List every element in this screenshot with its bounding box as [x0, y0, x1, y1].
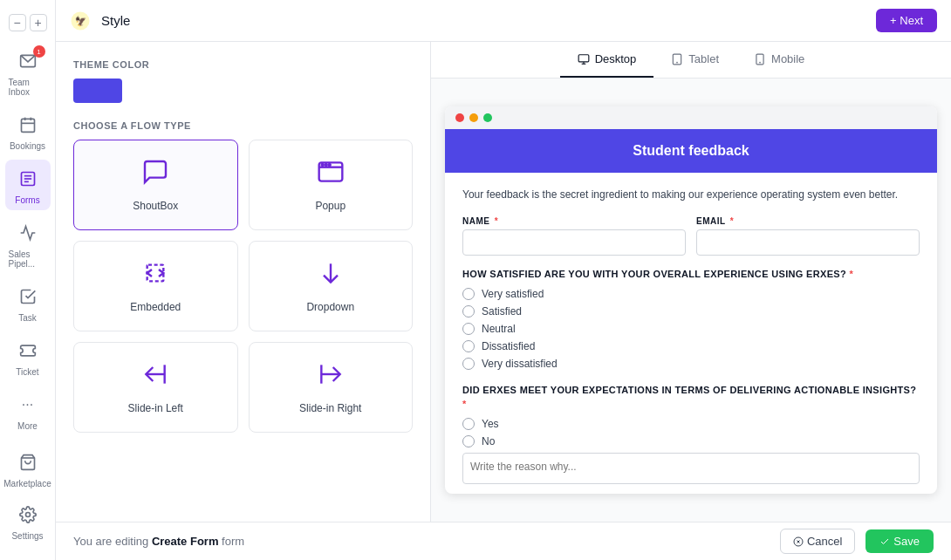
editing-text: You are editing Create Form form: [73, 535, 244, 548]
radio-circle: [462, 288, 475, 300]
q2-textarea[interactable]: [462, 453, 920, 484]
sidebar-item-sales-pipeline[interactable]: Sales Pipel...: [5, 214, 51, 274]
svg-point-10: [25, 513, 30, 517]
svg-point-15: [321, 164, 323, 166]
radio-circle: [462, 418, 475, 430]
mobile-icon: [754, 53, 766, 65]
sales-pipeline-icon: [14, 219, 42, 247]
sidebar-label-sales-pipeline: Sales Pipel...: [9, 249, 47, 269]
popup-icon: [317, 158, 345, 191]
q2-label: DID ERXES MEET YOUR EXPECTATIONS IN TERM…: [462, 384, 920, 411]
sidebar-item-more[interactable]: ··· More: [5, 386, 51, 436]
sidebar-label-forms: Forms: [15, 195, 39, 205]
flow-type-grid: ShoutBox Popup Embedded: [73, 140, 413, 433]
q1-option-neutral[interactable]: Neutral: [462, 323, 920, 335]
flow-type-slide-in-right[interactable]: Slide-in Right: [249, 342, 414, 433]
svg-rect-18: [147, 265, 164, 282]
name-input[interactable]: [462, 229, 686, 256]
browser-dot-yellow: [469, 113, 478, 122]
email-input[interactable]: [696, 229, 920, 256]
radio-circle: [462, 358, 475, 370]
next-button[interactable]: + Next: [876, 9, 937, 32]
sidebar-label-task: Task: [18, 313, 37, 323]
sidebar-item-settings[interactable]: Settings: [5, 495, 51, 546]
cancel-button[interactable]: Cancel: [780, 529, 855, 554]
q1-option-satisfied[interactable]: Satisfied: [462, 305, 920, 318]
form-body: Your feedback is the secret ingredient t…: [445, 173, 937, 494]
embedded-icon: [141, 259, 169, 292]
q1-label: HOW SATISFIED ARE YOU WITH YOUR OVERALL …: [462, 268, 920, 281]
shoutbox-icon: [141, 158, 169, 191]
tab-mobile[interactable]: Mobile: [736, 42, 822, 78]
q2-section: DID ERXES MEET YOUR EXPECTATIONS IN TERM…: [462, 384, 920, 488]
form-preview: Student feedback Your feedback is the se…: [445, 129, 937, 494]
name-email-row: NAME * EMAIL *: [462, 216, 920, 256]
sidebar-item-team-inbox[interactable]: Team Inbox 1: [5, 42, 51, 102]
sidebar-label-bookings: Bookings: [10, 141, 45, 151]
form-title: Student feedback: [633, 143, 749, 158]
tab-tablet[interactable]: Tablet: [653, 42, 736, 78]
config-area: THEME COLOR CHOOSE A FLOW TYPE ShoutBox …: [56, 42, 431, 522]
email-required: *: [730, 216, 734, 226]
settings-icon: [14, 501, 42, 529]
sidebar-label-ticket: Ticket: [16, 367, 38, 377]
sidebar-label-more: More: [17, 421, 38, 431]
flow-type-popup[interactable]: Popup: [249, 140, 414, 230]
sidebar: − + Team Inbox 1 Bookings Forms Sales Pi…: [0, 0, 56, 560]
q1-option-very-dissatisfied[interactable]: Very dissatisfied: [462, 358, 920, 370]
task-icon: [14, 283, 42, 311]
preview-tabs: Desktop Tablet Mobile: [431, 42, 951, 79]
q2-option-yes[interactable]: Yes: [462, 418, 920, 430]
popup-label: Popup: [315, 200, 346, 212]
save-button[interactable]: Save: [865, 529, 934, 553]
q1-option-dissatisfied[interactable]: Dissatisfied: [462, 340, 920, 352]
marketplace-icon: [14, 448, 42, 476]
bookings-icon: [14, 111, 42, 139]
svg-rect-1: [21, 119, 34, 132]
theme-color-label: THEME COLOR: [73, 59, 413, 70]
tablet-icon: [671, 53, 683, 65]
flow-type-shoutbox[interactable]: ShoutBox: [73, 140, 238, 230]
team-inbox-badge: 1: [33, 45, 45, 58]
bottom-bar: You are editing Create Form form Cancel …: [56, 522, 951, 560]
tab-desktop[interactable]: Desktop: [560, 42, 654, 78]
preview-area: Desktop Tablet Mobile: [431, 42, 951, 522]
sidebar-label-marketplace: Marketplace: [3, 479, 51, 488]
tab-desktop-label: Desktop: [595, 52, 637, 65]
theme-color-swatch[interactable]: [73, 79, 122, 103]
svg-point-17: [328, 164, 330, 166]
slide-in-left-label: Slide-in Left: [128, 402, 183, 414]
name-label: NAME *: [462, 216, 686, 226]
slide-in-right-icon: [317, 360, 345, 393]
sidebar-item-forms[interactable]: Forms: [5, 160, 51, 210]
q2-option-no[interactable]: No: [462, 435, 920, 447]
topbar: 🦅 Style + Next: [56, 0, 951, 42]
sidebar-item-ticket[interactable]: Ticket: [5, 331, 51, 382]
q1-option-very-satisfied[interactable]: Very satisfied: [462, 288, 920, 300]
dropdown-icon: [317, 259, 345, 292]
flow-type-slide-in-left[interactable]: Slide-in Left: [73, 342, 238, 433]
ticket-icon: [14, 337, 42, 365]
form-name: Create Form: [152, 535, 219, 548]
svg-point-16: [325, 164, 326, 166]
browser-dot-green: [483, 113, 492, 122]
more-icon: ···: [14, 391, 42, 419]
flow-type-dropdown[interactable]: Dropdown: [249, 241, 414, 331]
browser-chrome: [445, 106, 937, 129]
tab-mobile-label: Mobile: [771, 52, 804, 65]
tab-tablet-label: Tablet: [688, 52, 719, 65]
sidebar-item-bookings[interactable]: Bookings: [5, 106, 51, 156]
save-icon: [879, 536, 890, 547]
form-description: Your feedback is the secret ingredient t…: [462, 187, 920, 202]
flow-type-embedded[interactable]: Embedded: [73, 241, 238, 331]
sidebar-label-team-inbox: Team Inbox: [9, 78, 47, 97]
sidebar-item-task[interactable]: Task: [5, 277, 51, 328]
dropdown-label: Dropdown: [306, 301, 354, 313]
main-area: 🦅 Style + Next THEME COLOR CHOOSE A FLOW…: [56, 0, 951, 560]
plus-button[interactable]: +: [30, 14, 47, 31]
name-field: NAME *: [462, 216, 686, 256]
sidebar-label-settings: Settings: [11, 531, 43, 541]
browser-dot-red: [455, 113, 464, 122]
sidebar-item-marketplace[interactable]: Marketplace: [5, 443, 51, 494]
minus-button[interactable]: −: [9, 14, 26, 31]
